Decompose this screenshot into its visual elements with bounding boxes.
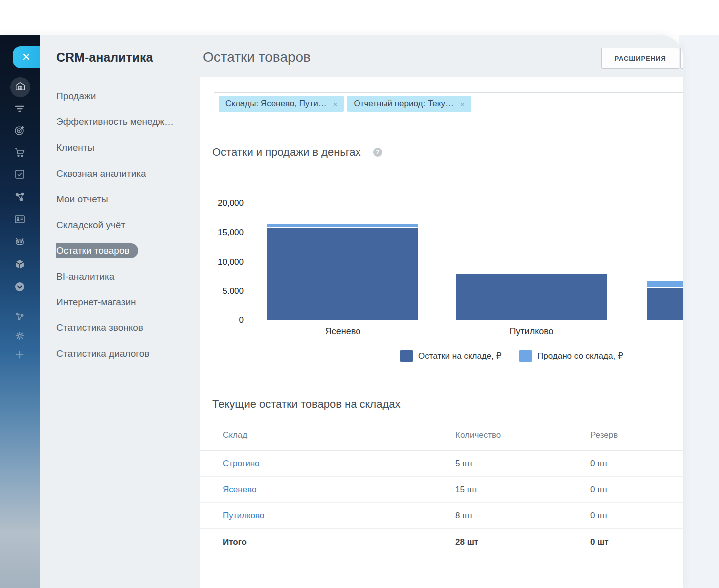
table-total-row: Итого 28 шт 0 шт: [200, 529, 683, 555]
legend-swatch-stock: [400, 350, 413, 362]
table-header-row: Склад Количество Резерв: [200, 420, 683, 451]
target-icon: [14, 124, 26, 138]
gear-icon: [14, 330, 25, 343]
legend-swatch-sold: [519, 350, 532, 362]
plus-icon: [14, 349, 25, 362]
sidebar-item-manager-efficiency[interactable]: Эффективность менедж…: [56, 109, 195, 135]
dock-item-network[interactable]: [14, 192, 26, 204]
sidebar-item-online-store[interactable]: Интернет-магазин: [56, 290, 195, 315]
sidebar-item-stock-balance[interactable]: Остатки товаров: [56, 238, 195, 264]
y-tick-label: 10,000: [200, 257, 244, 267]
app-window: CRM-аналитика Продажи Эффективность мене…: [0, 35, 683, 588]
x-category-label: Путилково: [456, 326, 607, 337]
bar-sold-clipped[interactable]: [647, 281, 683, 287]
active-item-pill: Остатки товаров: [56, 243, 138, 258]
dock-item-add[interactable]: [14, 350, 26, 362]
sidebar-item-clients[interactable]: Клиенты: [56, 135, 195, 161]
dock-sidebar: [0, 35, 40, 588]
catalog-icon: [14, 258, 26, 272]
contacts-icon: [14, 213, 26, 227]
bar-stock-clipped[interactable]: [647, 288, 683, 320]
dock-item-contacts[interactable]: [14, 214, 26, 226]
sidebar-item-sales[interactable]: Продажи: [56, 83, 195, 109]
stock-table: Склад Количество Резерв Строгино 5 шт 0 …: [200, 420, 683, 555]
close-icon: [22, 52, 31, 63]
legend-item-stock: Остатки на складе, ₽: [400, 350, 502, 362]
cart-icon: [14, 146, 26, 160]
dock-item-settings[interactable]: [14, 331, 26, 343]
y-tick-label: 0: [200, 315, 244, 325]
x-category-label: Ясенево: [267, 326, 418, 337]
y-axis: [248, 202, 248, 320]
sidebar-item-call-statistics[interactable]: Статистика звонков: [56, 315, 195, 341]
chevron-down-icon: [14, 281, 26, 294]
bar-sold-Ясенево[interactable]: [267, 224, 418, 227]
funnel-icon: [14, 103, 26, 117]
sidebar-menu: Продажи Эффективность менедж… Клиенты Ск…: [56, 83, 195, 367]
column-header-reserve: Резерв: [590, 430, 683, 440]
bar-stock-Путилково[interactable]: [456, 274, 607, 320]
dock-item-warehouse[interactable]: [10, 77, 30, 97]
table-section-title: Текущие остатки товаров на складах: [212, 398, 401, 411]
stock-bar-chart: Остатки на складе, ₽ Продано со склада, …: [200, 35, 683, 374]
dock-item-automation[interactable]: [14, 311, 26, 323]
table-row: Ясенево 15 шт 0 шт: [200, 477, 683, 503]
table-row: Путилково 8 шт 0 шт: [200, 503, 683, 529]
y-tick-label: 20,000: [200, 198, 244, 208]
dock-item-funnel[interactable]: [14, 104, 26, 116]
sidebar-item-dialog-statistics[interactable]: Статистика диалогов: [56, 341, 195, 367]
close-button[interactable]: [13, 46, 40, 68]
warehouse-link[interactable]: Путилково: [223, 511, 455, 521]
network-icon: [14, 191, 26, 205]
sidebar-title: CRM-аналитика: [56, 50, 153, 65]
tasks-icon: [14, 168, 26, 182]
column-header-quantity: Количество: [455, 430, 590, 440]
bar-stock-Ясенево[interactable]: [267, 228, 418, 320]
sidebar-item-bi-analytics[interactable]: BI-аналитика: [56, 264, 195, 290]
sidebar-item-end-to-end-analytics[interactable]: Сквозная аналитика: [56, 161, 195, 187]
chart-legend: Остатки на складе, ₽ Продано со склада, …: [200, 350, 683, 363]
page-background: [679, 35, 719, 588]
main-content: Остатки товаров РАСШИРЕНИЯ Склады: Ясене…: [200, 35, 683, 588]
dock-item-tasks[interactable]: [14, 169, 26, 181]
dock-item-target[interactable]: [14, 125, 26, 137]
y-tick-label: 5,000: [200, 286, 244, 296]
robot-icon: [14, 236, 26, 250]
automation-icon: [14, 311, 25, 324]
warehouse-link[interactable]: Ясенево: [223, 485, 455, 495]
sidebar-item-my-reports[interactable]: Мои отчеты: [56, 186, 195, 212]
warehouse-link[interactable]: Строгино: [223, 459, 455, 469]
dock-item-catalog[interactable]: [14, 259, 26, 271]
column-header-warehouse: Склад: [223, 430, 455, 440]
dock-item-more[interactable]: [14, 282, 26, 294]
warehouse-icon: [15, 81, 26, 94]
table-row: Строгино 5 шт 0 шт: [200, 451, 683, 477]
sidebar-item-inventory[interactable]: Складской учёт: [56, 212, 195, 238]
dock-item-robot[interactable]: [14, 237, 26, 249]
dock-item-cart[interactable]: [14, 147, 26, 159]
crm-analytics-sidebar: CRM-аналитика Продажи Эффективность мене…: [40, 35, 200, 588]
legend-item-sold: Продано со склада, ₽: [519, 350, 623, 362]
y-tick-label: 15,000: [200, 228, 244, 238]
